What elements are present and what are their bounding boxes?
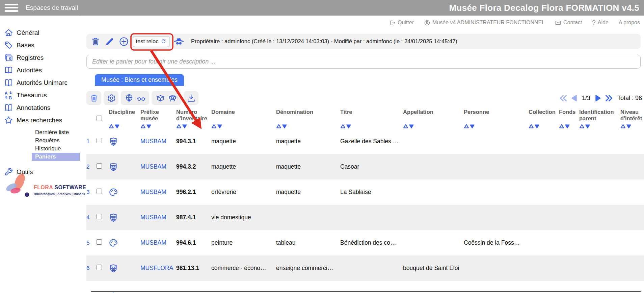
sidebar-item-autorites[interactable]: Autorités bbox=[0, 64, 81, 76]
last-page-button[interactable] bbox=[604, 94, 613, 103]
export-download-button[interactable] bbox=[184, 91, 198, 105]
basket-name: test reloc bbox=[136, 38, 159, 45]
sort-control[interactable] bbox=[579, 124, 591, 129]
cell-titre: Casoar bbox=[340, 154, 403, 179]
prefix-link[interactable]: MUSBAM bbox=[140, 214, 166, 221]
ethnology-mask-icon bbox=[109, 162, 118, 172]
select-all-checkbox[interactable] bbox=[97, 116, 102, 121]
prefix-link[interactable]: MUSFLORA bbox=[140, 265, 173, 271]
sidebar-subitem-paniers[interactable]: Paniers bbox=[32, 153, 80, 161]
prefix-link[interactable]: MUSBAM bbox=[140, 163, 166, 170]
sort-control[interactable] bbox=[464, 124, 475, 129]
triangle-left-icon bbox=[570, 94, 579, 103]
list-settings-button[interactable] bbox=[104, 91, 118, 105]
sort-control[interactable] bbox=[109, 124, 120, 129]
cell-domaine: vie domestique bbox=[211, 205, 276, 230]
row-number-link[interactable]: 1 bbox=[86, 138, 89, 145]
delete-items-button[interactable] bbox=[86, 91, 101, 105]
contact-link[interactable]: Contact bbox=[555, 20, 582, 26]
sort-control[interactable] bbox=[340, 124, 352, 129]
table-header-row: Discipline Préfixe musée Numéro d'invent… bbox=[86, 107, 644, 129]
sort-control[interactable] bbox=[276, 124, 288, 129]
sidebar-item-general[interactable]: Général bbox=[0, 26, 81, 39]
cell-domaine: peinture bbox=[211, 230, 276, 255]
sort-control[interactable] bbox=[140, 124, 152, 129]
hamburger-menu-icon[interactable] bbox=[5, 4, 18, 12]
sidebar-item-mes-recherches[interactable]: Mes recherches bbox=[0, 114, 81, 126]
globe-upload-icon[interactable] bbox=[125, 94, 134, 103]
current-user[interactable]: Musée v4 ADMINISTRATEUR FONCTIONNEL bbox=[424, 20, 545, 26]
table-row: 4 MUSBAM 987.4.1 vie domestique bbox=[86, 205, 644, 230]
cell-personne: Coëssin de la Foss… bbox=[464, 230, 529, 255]
about-link[interactable]: A propos bbox=[619, 20, 640, 26]
ethnology-mask-icon bbox=[109, 213, 118, 222]
cell-niveau-interet bbox=[620, 179, 644, 205]
row-checkbox[interactable] bbox=[97, 214, 102, 219]
basket-name-selector[interactable]: test reloc bbox=[133, 36, 169, 47]
glasses-icon[interactable] bbox=[137, 94, 146, 103]
cell-collection bbox=[529, 205, 559, 230]
basket-description-input[interactable] bbox=[86, 55, 641, 69]
header-checkbox bbox=[97, 107, 109, 129]
sort-control[interactable] bbox=[211, 124, 223, 129]
sidebar-item-annotations[interactable]: Annotations bbox=[0, 101, 81, 114]
basket-description-wrap bbox=[86, 55, 641, 69]
row-checkbox[interactable] bbox=[97, 189, 102, 194]
sidebar-item-bases[interactable]: Bases bbox=[0, 39, 81, 51]
first-page-button[interactable] bbox=[559, 94, 568, 103]
sort-control[interactable] bbox=[559, 124, 570, 129]
sort-control[interactable] bbox=[529, 124, 540, 129]
open-book-icon bbox=[4, 78, 13, 87]
sidebar-subitem-historique[interactable]: Historique bbox=[32, 145, 80, 153]
header-fonds: Fonds bbox=[559, 107, 579, 129]
row-checkbox[interactable] bbox=[97, 138, 102, 143]
user-label: Musée v4 ADMINISTRATEUR FONCTIONNEL bbox=[432, 20, 545, 26]
cell-denomination bbox=[276, 205, 340, 230]
utility-bar: Quitter Musée v4 ADMINISTRATEUR FONCTION… bbox=[81, 16, 644, 30]
table-row: 2 MUSBAM 994.3.2 maquette maquette Casoa… bbox=[86, 154, 644, 179]
cell-identification-parent bbox=[579, 255, 620, 281]
row-checkbox[interactable] bbox=[97, 239, 102, 245]
sort-control[interactable] bbox=[403, 124, 414, 129]
tab-musee-biens-et-ensembles[interactable]: Musée : Biens et ensembles bbox=[95, 74, 184, 86]
inventory-number: 996.2.1 bbox=[176, 179, 211, 205]
refresh-icon[interactable] bbox=[161, 39, 166, 44]
header-discipline: Discipline bbox=[109, 107, 140, 129]
row-number-link[interactable]: 5 bbox=[86, 240, 89, 246]
add-basket-button[interactable] bbox=[119, 36, 129, 47]
prefix-link[interactable]: MUSBAM bbox=[140, 189, 166, 195]
cell-titre bbox=[340, 205, 403, 230]
previous-page-button[interactable] bbox=[570, 94, 579, 103]
cell-collection bbox=[529, 230, 559, 255]
delete-basket-button[interactable] bbox=[90, 36, 101, 47]
about-label: A propos bbox=[619, 20, 640, 26]
cell-fonds bbox=[559, 179, 579, 205]
sort-control[interactable] bbox=[176, 124, 188, 129]
eye-of-horus-icon[interactable] bbox=[168, 94, 177, 103]
next-page-button[interactable] bbox=[593, 94, 602, 103]
share-basket-button[interactable] bbox=[173, 36, 184, 47]
row-checkbox[interactable] bbox=[97, 163, 102, 169]
quit-link[interactable]: Quitter bbox=[389, 20, 414, 26]
open-box-icon[interactable] bbox=[156, 94, 165, 103]
sidebar-subitem-requetes[interactable]: Requêtes bbox=[32, 137, 80, 145]
sidebar-subitem-derniere-liste[interactable]: Dernière liste bbox=[32, 128, 80, 137]
sidebar-item-registres[interactable]: Registres bbox=[0, 51, 81, 64]
sidebar-item-autorites-unimarc[interactable]: Autorités Unimarc bbox=[0, 76, 81, 89]
row-number-link[interactable]: 6 bbox=[86, 265, 89, 271]
prefix-link[interactable]: MUSBAM bbox=[140, 138, 166, 145]
row-number-link[interactable]: 4 bbox=[86, 214, 89, 221]
edit-basket-button[interactable] bbox=[105, 36, 115, 47]
prefix-link[interactable]: MUSBAM bbox=[140, 239, 166, 246]
brand-name: FLORA SOFTWARE bbox=[34, 185, 86, 191]
triangle-right-icon bbox=[593, 94, 602, 103]
sort-control[interactable] bbox=[620, 124, 632, 129]
row-number-link[interactable]: 3 bbox=[86, 189, 89, 195]
row-number-link[interactable]: 2 bbox=[86, 164, 89, 170]
double-chevron-left-icon bbox=[559, 94, 568, 103]
row-checkbox[interactable] bbox=[97, 265, 102, 270]
sidebar-item-thesaurus[interactable]: Thesaurus bbox=[0, 89, 81, 101]
list-toolbar: 1/3 Total : 96 bbox=[86, 91, 641, 105]
help-link[interactable]: ? Aide bbox=[592, 19, 609, 26]
cell-identification-parent bbox=[579, 129, 620, 154]
